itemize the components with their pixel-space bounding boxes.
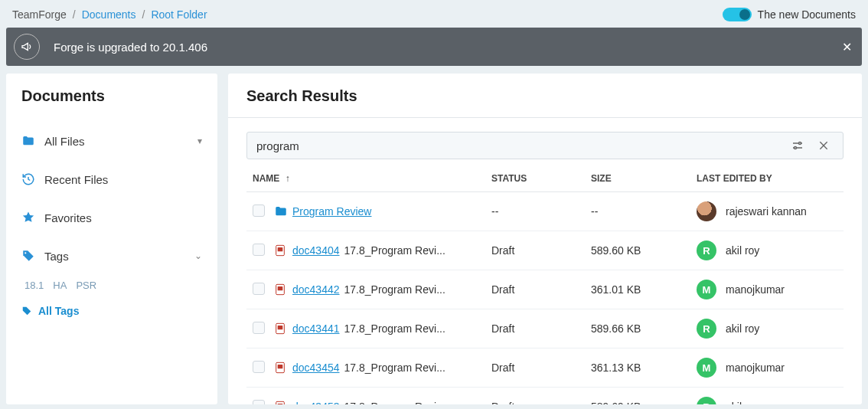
powerpoint-file-icon — [274, 400, 292, 404]
row-checkbox[interactable] — [253, 322, 265, 334]
announcement-message: Forge is upgraded to 20.1.406 — [47, 41, 831, 54]
row-checkbox[interactable] — [253, 204, 265, 217]
size-cell: -- — [591, 205, 697, 218]
sidebar-item-all-files[interactable]: All Files ▾ — [21, 122, 202, 160]
divider — [228, 117, 862, 118]
status-cell: Draft — [491, 322, 591, 335]
row-checkbox[interactable] — [253, 244, 265, 256]
avatar — [697, 201, 716, 221]
table-row[interactable]: doc4344217.8_Program Revi...Draft361.01 … — [246, 270, 844, 309]
status-cell: Draft — [491, 362, 591, 374]
file-title: 17.8_Program Revi... — [344, 322, 445, 335]
table-row[interactable]: doc4344117.8_Program Revi...Draft589.66 … — [246, 309, 844, 348]
close-banner-button[interactable]: ✕ — [831, 40, 862, 54]
powerpoint-file-icon — [274, 322, 292, 335]
file-link[interactable]: doc43441 — [292, 322, 340, 335]
table-row[interactable]: doc4340417.8_Program Revi...Draft589.60 … — [246, 231, 844, 270]
tag-icon — [21, 306, 32, 316]
tag-icon — [21, 249, 35, 263]
editor-name: manojkumar — [726, 362, 785, 374]
table-header: NAME ↑ STATUS SIZE LAST EDITED BY — [246, 159, 844, 192]
star-icon — [21, 211, 35, 224]
svg-point-1 — [799, 142, 801, 145]
breadcrumb-link-rootfolder[interactable]: Root Folder — [151, 8, 207, 21]
editor-name: akil roy — [726, 401, 759, 404]
folder-icon — [274, 204, 292, 218]
editor-name: rajeswari kannan — [726, 205, 807, 218]
avatar: R — [697, 240, 716, 260]
table-row[interactable]: doc4345317.8_Program Revi...Draft589.69 … — [246, 388, 844, 404]
size-cell: 589.60 KB — [591, 244, 697, 257]
file-link[interactable]: doc43453 — [292, 401, 340, 404]
sidebar-item-favorites[interactable]: Favorites — [21, 198, 202, 237]
sort-asc-icon: ↑ — [286, 173, 290, 184]
breadcrumb-sep: / — [73, 8, 76, 21]
tag-chip[interactable]: 18.1 — [24, 280, 44, 291]
breadcrumb: TeamForge / Documents / Root Folder — [12, 8, 207, 21]
editor-name: akil roy — [726, 244, 759, 257]
tag-chip[interactable]: HA — [53, 280, 67, 291]
file-link[interactable]: doc43454 — [292, 362, 340, 374]
tag-list: 18.1 HA PSR — [21, 275, 202, 299]
sidebar-title: Documents — [21, 87, 202, 105]
powerpoint-file-icon — [274, 283, 292, 296]
chevron-down-icon: ⌄ — [194, 250, 202, 261]
column-header-name[interactable]: NAME ↑ — [253, 173, 491, 184]
file-title: 17.8_Program Revi... — [344, 401, 445, 404]
row-checkbox[interactable] — [253, 283, 265, 295]
row-checkbox[interactable] — [253, 400, 265, 404]
sidebar-item-all-tags[interactable]: All Tags — [21, 299, 202, 317]
megaphone-icon — [14, 34, 40, 60]
powerpoint-file-icon — [274, 244, 292, 257]
new-documents-toggle[interactable] — [723, 8, 752, 21]
avatar: M — [697, 358, 716, 378]
svg-point-0 — [24, 252, 26, 254]
size-cell: 361.01 KB — [591, 283, 697, 296]
column-header-editor[interactable]: LAST EDITED BY — [697, 173, 837, 184]
file-link[interactable]: doc43442 — [292, 283, 340, 296]
sidebar-item-label: Recent Files — [44, 173, 108, 186]
status-cell: Draft — [491, 401, 591, 404]
sidebar-item-label: All Tags — [38, 305, 79, 317]
search-box — [246, 132, 844, 159]
table-row[interactable]: doc4345417.8_Program Revi...Draft361.13 … — [246, 348, 844, 388]
size-cell: 589.66 KB — [591, 322, 697, 335]
status-cell: Draft — [491, 283, 591, 296]
file-title: 17.8_Program Revi... — [344, 283, 445, 296]
size-cell: 361.13 KB — [591, 362, 697, 374]
svg-rect-12 — [278, 404, 283, 404]
file-title: 17.8_Program Revi... — [344, 362, 445, 374]
new-documents-toggle-label: The new Documents — [758, 8, 856, 21]
column-header-status[interactable]: STATUS — [491, 173, 591, 184]
page-title: Search Results — [246, 87, 844, 105]
tag-chip[interactable]: PSR — [76, 280, 96, 291]
sidebar-item-recent-files[interactable]: Recent Files — [21, 160, 202, 198]
svg-rect-4 — [278, 247, 283, 251]
status-cell: -- — [491, 205, 591, 218]
search-input[interactable] — [256, 139, 785, 152]
breadcrumb-root: TeamForge — [12, 8, 67, 21]
main-panel: Search Results NAME ↑ STATUS SIZE LAST E… — [228, 74, 862, 404]
breadcrumb-link-documents[interactable]: Documents — [82, 8, 136, 21]
file-link[interactable]: Program Review — [292, 205, 371, 218]
sidebar-item-label: Tags — [44, 250, 69, 263]
clear-search-button[interactable] — [811, 133, 837, 159]
close-icon — [817, 139, 830, 152]
sidebar-item-label: All Files — [44, 135, 85, 148]
sidebar-item-tags[interactable]: Tags ⌄ — [21, 237, 202, 275]
history-icon — [21, 172, 35, 186]
announcement-banner: Forge is upgraded to 20.1.406 ✕ — [6, 28, 862, 66]
filter-button[interactable] — [785, 133, 811, 159]
file-title: 17.8_Program Revi... — [344, 244, 445, 257]
breadcrumb-sep: / — [142, 8, 145, 21]
svg-rect-8 — [278, 326, 283, 329]
avatar: R — [697, 319, 716, 339]
sidebar: Documents All Files ▾ Recent Files Favor… — [6, 74, 217, 404]
folder-icon — [21, 134, 35, 148]
column-header-size[interactable]: SIZE — [591, 173, 697, 184]
row-checkbox[interactable] — [253, 361, 265, 373]
table-row[interactable]: Program Review----rajeswari kannan — [246, 192, 844, 231]
avatar: M — [697, 280, 716, 299]
file-link[interactable]: doc43404 — [292, 244, 340, 257]
status-cell: Draft — [491, 244, 591, 257]
